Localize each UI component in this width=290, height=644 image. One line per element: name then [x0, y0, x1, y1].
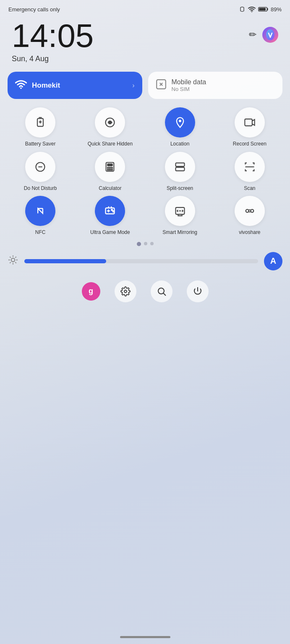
- scan-circle: [235, 152, 265, 182]
- brightness-icon: [8, 254, 18, 268]
- svg-point-40: [251, 210, 253, 213]
- nfc-status-icon: [239, 6, 246, 13]
- bottom-actions: g: [0, 280, 290, 302]
- user-avatar-label: g: [89, 287, 93, 296]
- mobile-data-card[interactable]: Mobile data No SIM: [148, 72, 283, 99]
- toggle-battery-saver[interactable]: Battery Saver: [7, 107, 74, 148]
- qs-grid: Battery Saver Quick Share Hidden Locatio…: [0, 107, 290, 236]
- status-bar: Emergency calls only 89%: [0, 0, 290, 15]
- vivoshare-circle: [235, 196, 265, 226]
- brightness-slider[interactable]: [24, 259, 258, 263]
- svg-rect-3: [259, 8, 266, 10]
- svg-point-24: [107, 169, 109, 170]
- toggle-quick-share[interactable]: Quick Share Hidden: [76, 107, 144, 148]
- vivo-logo-icon: [266, 29, 275, 41]
- toggle-do-not-disturb[interactable]: Do Not Disturb: [7, 152, 74, 192]
- do-not-disturb-label: Do Not Disturb: [24, 185, 57, 192]
- svg-point-33: [112, 209, 113, 210]
- edit-icon[interactable]: ✏: [249, 29, 256, 40]
- ultra-game-mode-label: Ultra Game Mode: [90, 229, 130, 236]
- settings-button[interactable]: [115, 280, 136, 302]
- toggle-smart-mirroring[interactable]: Smart Mirroring: [146, 196, 214, 236]
- location-circle: [165, 107, 195, 138]
- battery-saver-circle: [25, 107, 55, 138]
- split-screen-label: Split-screen: [167, 185, 193, 192]
- svg-point-39: [246, 210, 249, 213]
- power-button[interactable]: [187, 280, 209, 302]
- svg-point-22: [110, 167, 111, 169]
- auto-brightness-avatar[interactable]: A: [264, 252, 282, 270]
- split-screen-circle: [165, 152, 195, 182]
- clock-time: 14:05: [12, 19, 94, 52]
- toggle-vivoshare[interactable]: vivoshare: [216, 196, 283, 236]
- status-icons: 89%: [239, 6, 282, 13]
- nfc-circle: [25, 196, 55, 226]
- qs-cards: Homekit › Mobile data No SIM: [0, 72, 290, 99]
- search-button[interactable]: [151, 280, 172, 302]
- svg-point-26: [112, 169, 113, 170]
- page-dot-1[interactable]: [137, 242, 141, 246]
- svg-line-54: [163, 293, 166, 296]
- clock-date: Sun, 4 Aug: [12, 55, 94, 63]
- svg-point-53: [158, 288, 164, 294]
- page-dot-3[interactable]: [150, 242, 154, 245]
- user-avatar[interactable]: g: [82, 282, 100, 301]
- vivo-logo[interactable]: [262, 27, 278, 43]
- nfc-label: NFC: [35, 229, 46, 236]
- svg-point-0: [251, 11, 252, 12]
- toggle-nfc[interactable]: NFC: [7, 196, 74, 236]
- page-dot-2[interactable]: [144, 242, 147, 245]
- toggle-ultra-game-mode[interactable]: Ultra Game Mode: [76, 196, 144, 236]
- battery-status-icon: [258, 6, 268, 12]
- svg-point-52: [124, 290, 127, 293]
- homekit-label: Homekit: [32, 81, 127, 90]
- toggle-location[interactable]: Location: [146, 107, 214, 148]
- svg-line-49: [15, 262, 16, 263]
- toggle-calculator[interactable]: Calculator: [76, 152, 144, 192]
- svg-rect-16: [245, 119, 252, 126]
- brightness-fill: [24, 259, 106, 263]
- calculator-label: Calculator: [99, 185, 121, 192]
- nav-bar: [120, 636, 170, 638]
- svg-line-48: [10, 257, 10, 257]
- homekit-card[interactable]: Homekit ›: [8, 72, 142, 99]
- location-label: Location: [170, 141, 189, 148]
- mobile-data-icon: [156, 79, 167, 92]
- svg-point-25: [110, 169, 111, 170]
- quick-share-label: Quick Share Hidden: [88, 141, 133, 148]
- quick-share-circle: [95, 107, 125, 138]
- toggle-scan[interactable]: Scan: [216, 152, 283, 192]
- battery-percent: 89%: [271, 6, 282, 13]
- clock-area: 14:05 Sun, 4 Aug ✏: [0, 15, 290, 72]
- mobile-data-sub: No SIM: [172, 86, 206, 92]
- homekit-chevron: ›: [132, 82, 134, 89]
- svg-rect-20: [108, 164, 113, 166]
- auto-brightness-label: A: [270, 256, 276, 266]
- svg-point-15: [179, 120, 181, 122]
- mobile-data-title: Mobile data: [172, 78, 206, 86]
- do-not-disturb-circle: [25, 152, 55, 182]
- svg-line-51: [10, 262, 10, 263]
- svg-point-34: [113, 211, 114, 212]
- svg-rect-2: [267, 8, 268, 10]
- record-screen-circle: [235, 107, 265, 138]
- svg-rect-27: [175, 163, 184, 166]
- svg-point-21: [107, 167, 109, 169]
- ultra-game-mode-circle: [95, 196, 125, 226]
- smart-mirroring-label: Smart Mirroring: [162, 229, 197, 236]
- wifi-status-icon: [248, 6, 256, 12]
- vivoshare-label: vivoshare: [239, 229, 260, 236]
- calculator-circle: [95, 152, 125, 182]
- brightness-row: A: [0, 252, 290, 270]
- smart-mirroring-circle: [165, 196, 195, 226]
- svg-rect-28: [175, 167, 184, 171]
- record-screen-label: Record Screen: [233, 141, 266, 148]
- svg-point-4: [266, 29, 274, 40]
- battery-saver-label: Battery Saver: [25, 141, 56, 148]
- svg-line-50: [15, 257, 16, 257]
- svg-point-5: [20, 87, 22, 88]
- toggle-record-screen[interactable]: Record Screen: [216, 107, 283, 148]
- toggle-split-screen[interactable]: Split-screen: [146, 152, 214, 192]
- wifi-homekit-icon: [15, 80, 27, 91]
- emergency-text: Emergency calls only: [8, 6, 60, 13]
